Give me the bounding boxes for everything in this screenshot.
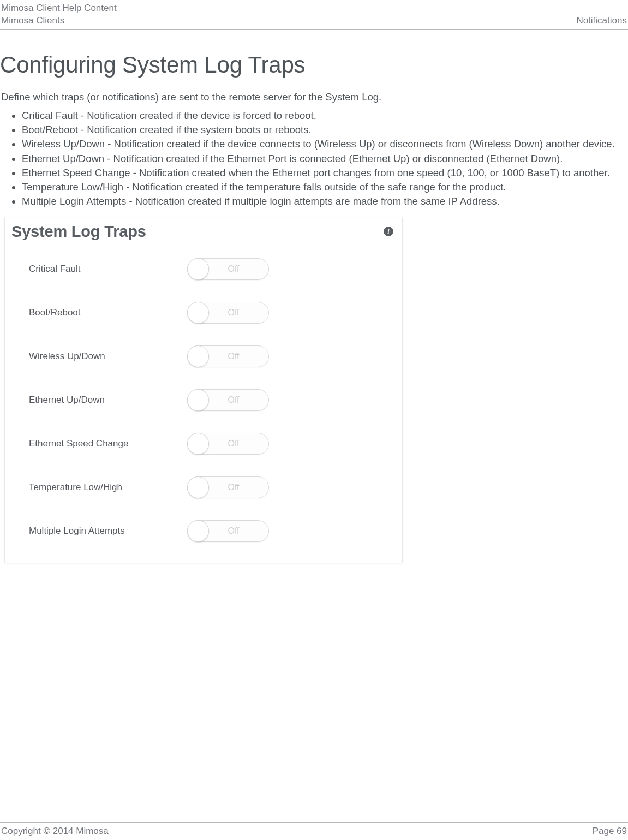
list-item: Ethernet Up/Down - Notification created … [22,152,625,166]
toggle-wireless-updown[interactable]: Off [187,345,269,367]
page-title: Configuring System Log Traps [0,52,628,78]
trap-row-wireless-updown: Wireless Up/Down Off [5,335,402,378]
panel-title: System Log Traps [11,223,146,241]
list-item: Temperature Low/High - Notification crea… [22,180,625,194]
trap-label: Wireless Up/Down [29,351,187,362]
toggle-multiple-login[interactable]: Off [187,520,269,542]
toggle-boot-reboot[interactable]: Off [187,302,269,324]
trap-row-boot-reboot: Boot/Reboot Off [5,291,402,335]
toggle-knob [187,520,209,542]
toggle-state-text: Off [228,264,239,274]
toggle-ethernet-speed-change[interactable]: Off [187,433,269,455]
trap-label: Multiple Login Attempts [29,526,187,537]
intro-paragraph: Define which traps (or notifications) ar… [0,91,628,103]
toggle-knob [187,302,209,324]
page-root: Mimosa Client Help Content Mimosa Client… [0,0,628,840]
trap-row-ethernet-speed-change: Ethernet Speed Change Off [5,422,402,466]
toggle-temperature[interactable]: Off [187,476,269,498]
list-item: Boot/Reboot - Notification created if th… [22,123,625,137]
toggle-knob [187,258,209,280]
trap-label: Temperature Low/High [29,482,187,493]
trap-row-multiple-login: Multiple Login Attempts Off [5,509,402,553]
toggle-state-text: Off [228,352,239,361]
trap-label: Ethernet Up/Down [29,395,187,406]
toggle-state-text: Off [228,526,239,536]
trap-label: Critical Fault [29,264,187,275]
page-header: Mimosa Client Help Content Mimosa Client… [0,0,628,30]
panel-header: System Log Traps i [5,217,402,247]
copyright-text: Copyright © 2014 Mimosa [1,826,109,837]
list-item: Wireless Up/Down - Notification created … [22,137,625,151]
info-icon[interactable]: i [384,227,393,236]
trap-label: Ethernet Speed Change [29,438,187,449]
trap-descriptions-list: Critical Fault - Notification created if… [0,109,628,209]
header-product: Mimosa Client Help Content [1,2,117,15]
toggle-critical-fault[interactable]: Off [187,258,269,280]
page-footer: Copyright © 2014 Mimosa Page 69 [0,822,628,837]
toggle-state-text: Off [228,439,239,449]
toggle-knob [187,433,209,455]
toggle-state-text: Off [228,395,239,405]
list-item: Critical Fault - Notification created if… [22,109,625,123]
toggle-ethernet-updown[interactable]: Off [187,389,269,411]
trap-row-critical-fault: Critical Fault Off [5,247,402,291]
toggle-knob [187,389,209,411]
page-number: Page 69 [593,826,627,837]
trap-label: Boot/Reboot [29,307,187,318]
toggle-state-text: Off [228,308,239,318]
trap-row-temperature: Temperature Low/High Off [5,466,402,509]
toggle-knob [187,345,209,367]
toggle-knob [187,476,209,498]
toggle-state-text: Off [228,482,239,492]
header-section-left: Mimosa Clients [1,15,64,27]
header-section-right: Notifications [576,15,627,27]
trap-row-ethernet-updown: Ethernet Up/Down Off [5,378,402,422]
system-log-traps-panel: System Log Traps i Critical Fault Off Bo… [4,217,403,563]
list-item: Multiple Login Attempts - Notification c… [22,194,625,208]
list-item: Ethernet Speed Change - Notification cre… [22,166,625,180]
